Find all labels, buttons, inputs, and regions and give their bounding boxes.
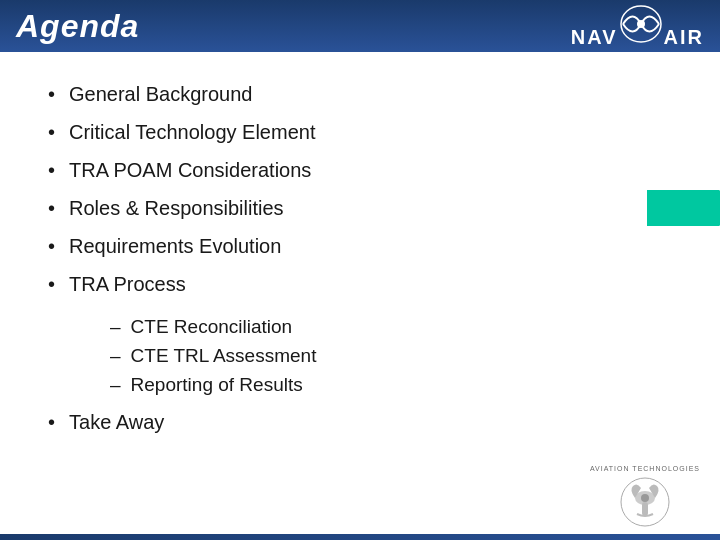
list-item: • TRA Process: [48, 270, 672, 298]
list-item-highlighted: • Roles & Responsibilities: [48, 194, 672, 222]
sub-item-text: CTE Reconciliation: [131, 316, 293, 338]
dash-icon: –: [110, 345, 121, 367]
navair-text: NAV AIR: [571, 4, 704, 49]
bullet-icon: •: [48, 156, 55, 184]
eagle-emblem-icon: [619, 476, 671, 528]
take-away-list: • Take Away: [48, 408, 672, 436]
list-item: • Requirements Evolution: [48, 232, 672, 260]
list-item: • Critical Technology Element: [48, 118, 672, 146]
bullet-icon: •: [48, 270, 55, 298]
item-text: Roles & Responsibilities: [69, 194, 284, 222]
navair-logo: NAV AIR: [571, 4, 704, 49]
footer: AVIATION TECHNOLOGIES: [590, 465, 700, 528]
sub-item-text: CTE TRL Assessment: [131, 345, 317, 367]
list-item-takeaway: • Take Away: [48, 408, 672, 436]
footer-company-text: AVIATION TECHNOLOGIES: [590, 465, 700, 472]
svg-point-6: [641, 494, 649, 502]
bullet-icon: •: [48, 194, 55, 222]
dash-icon: –: [110, 374, 121, 396]
navair-emblem-icon: [618, 4, 664, 44]
sub-list-item: – CTE Reconciliation: [110, 316, 672, 338]
svg-rect-5: [642, 502, 648, 516]
bullet-icon: •: [48, 80, 55, 108]
dash-icon: –: [110, 316, 121, 338]
bullet-icon: •: [48, 118, 55, 146]
list-item: • TRA POAM Considerations: [48, 156, 672, 184]
bullet-icon: •: [48, 408, 55, 436]
sub-list-item: – Reporting of Results: [110, 374, 672, 396]
arrow-indicator: [647, 190, 720, 226]
bottom-divider: [0, 534, 720, 540]
take-away-text: Take Away: [69, 408, 164, 436]
list-item: • General Background: [48, 80, 672, 108]
svg-marker-2: [647, 190, 720, 226]
item-text: Critical Technology Element: [69, 118, 315, 146]
item-text: TRA POAM Considerations: [69, 156, 311, 184]
header-bar: Agenda NAV AIR: [0, 0, 720, 52]
sub-item-text: Reporting of Results: [131, 374, 303, 396]
agenda-list: • General Background • Critical Technolo…: [48, 80, 672, 298]
sub-list-item: – CTE TRL Assessment: [110, 345, 672, 367]
svg-point-1: [637, 20, 645, 28]
item-text: TRA Process: [69, 270, 186, 298]
main-content: • General Background • Critical Technolo…: [0, 52, 720, 474]
bullet-icon: •: [48, 232, 55, 260]
page-title: Agenda: [16, 8, 139, 45]
sub-agenda-list: – CTE Reconciliation – CTE TRL Assessmen…: [110, 316, 672, 396]
item-text: Requirements Evolution: [69, 232, 281, 260]
item-text: General Background: [69, 80, 252, 108]
